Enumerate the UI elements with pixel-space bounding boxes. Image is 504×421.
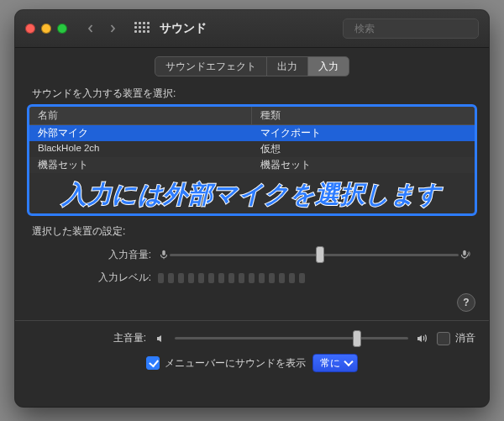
tab-sound-effects[interactable]: サウンドエフェクト xyxy=(155,57,267,76)
main-volume-row: 主音量: 消音 xyxy=(29,331,475,345)
selected-device-settings: 入力音量: 入力レベル: xyxy=(29,245,475,285)
select-device-label: サウンドを入力する装置を選択: xyxy=(32,87,475,101)
nav-arrows xyxy=(81,19,123,38)
input-level-row: 入力レベル: xyxy=(34,271,470,285)
search-field[interactable] xyxy=(343,18,479,39)
device-name: 外部マイク xyxy=(29,125,252,141)
level-segment xyxy=(228,273,234,283)
slider-track xyxy=(175,337,408,339)
minimize-icon[interactable] xyxy=(41,24,51,34)
speaker-low-icon xyxy=(155,332,168,345)
back-button[interactable] xyxy=(81,19,101,38)
mute-label: 消音 xyxy=(455,331,475,345)
table-row[interactable]: BlackHole 2ch 仮想 xyxy=(29,141,475,157)
menubar-sound-row: メニューバーにサウンドを表示 常に xyxy=(29,354,475,372)
col-type: 種類 xyxy=(252,107,475,124)
level-segment xyxy=(289,273,295,283)
mute-control[interactable]: 消音 xyxy=(437,331,475,345)
slider-knob[interactable] xyxy=(353,330,361,347)
forward-button[interactable] xyxy=(102,19,123,38)
device-table-wrap: 名前 種類 外部マイク マイクポート BlackHole 2ch 仮想 機器セッ… xyxy=(29,106,475,214)
level-segment xyxy=(218,273,224,283)
close-icon[interactable] xyxy=(25,24,35,34)
mic-low-icon xyxy=(158,249,170,260)
device-type: マイクポート xyxy=(252,125,475,141)
level-segment xyxy=(299,273,305,283)
menubar-popup[interactable]: 常に xyxy=(312,354,358,372)
device-table-header: 名前 種類 xyxy=(29,107,475,125)
device-name: BlackHole 2ch xyxy=(29,141,252,157)
level-segment xyxy=(188,273,194,283)
input-volume-label: 入力音量: xyxy=(34,248,151,262)
traffic-lights xyxy=(25,24,67,34)
selected-device-settings-label: 選択した装置の設定: xyxy=(32,224,475,239)
window-title: サウンド xyxy=(160,21,207,36)
level-segment xyxy=(208,273,214,283)
search-input[interactable] xyxy=(353,22,482,35)
level-segment xyxy=(158,273,164,283)
device-name: 機器セット xyxy=(29,157,252,173)
svg-rect-1 xyxy=(162,250,165,255)
level-segment xyxy=(279,273,285,283)
level-segment xyxy=(269,273,275,283)
input-volume-row: 入力音量: xyxy=(34,245,470,264)
zoom-icon[interactable] xyxy=(57,24,67,34)
input-level-label: 入力レベル: xyxy=(34,271,151,285)
mic-high-icon xyxy=(459,249,470,260)
help-button[interactable]: ? xyxy=(457,293,475,312)
level-segment xyxy=(198,273,204,283)
menubar-checkbox[interactable] xyxy=(146,356,160,370)
table-row[interactable]: 機器セット 機器セット xyxy=(29,157,475,173)
tab-output[interactable]: 出力 xyxy=(267,57,308,76)
device-type: 機器セット xyxy=(252,157,475,173)
level-segment xyxy=(259,273,265,283)
main-volume-label: 主音量: xyxy=(29,331,146,345)
show-all-icon[interactable] xyxy=(134,22,148,35)
titlebar: サウンド xyxy=(15,10,489,48)
tab-input[interactable]: 入力 xyxy=(308,57,349,76)
mute-checkbox[interactable] xyxy=(437,332,450,345)
input-level-meter xyxy=(158,273,470,283)
device-table: 名前 種類 外部マイク マイクポート BlackHole 2ch 仮想 機器セッ… xyxy=(29,106,475,214)
slider-knob[interactable] xyxy=(316,246,324,263)
menubar-label: メニューバーにサウンドを表示 xyxy=(165,356,306,371)
slider-track xyxy=(170,254,459,256)
input-volume-slider[interactable] xyxy=(158,245,470,264)
preferences-window: サウンド サウンドエフェクト 出力 入力 サウンドを入力する装置を選択: 名前 … xyxy=(15,10,489,407)
level-segment xyxy=(178,273,184,283)
level-segment xyxy=(239,273,244,283)
device-type: 仮想 xyxy=(252,141,475,157)
table-row[interactable]: 外部マイク マイクポート xyxy=(29,125,475,141)
level-segment xyxy=(249,273,255,283)
divider xyxy=(15,320,489,321)
body: サウンドエフェクト 出力 入力 サウンドを入力する装置を選択: 名前 種類 外部… xyxy=(15,48,489,407)
col-name: 名前 xyxy=(29,107,252,124)
level-segment xyxy=(168,273,174,283)
tabs-segmented: サウンドエフェクト 出力 入力 xyxy=(155,56,349,76)
svg-rect-2 xyxy=(463,250,466,255)
speaker-high-icon xyxy=(415,332,428,345)
menubar-checkbox-control[interactable]: メニューバーにサウンドを表示 xyxy=(146,356,306,371)
main-volume-slider[interactable] xyxy=(155,332,428,345)
